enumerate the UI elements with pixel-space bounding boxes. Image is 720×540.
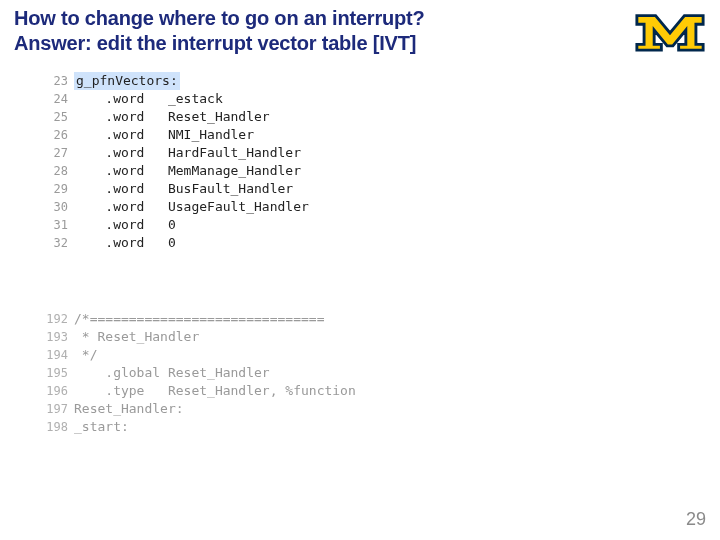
code-block-reset: 192 /*============================== 193… bbox=[32, 310, 452, 436]
code-text: .word UsageFault_Handler bbox=[74, 198, 309, 216]
line-number: 26 bbox=[32, 126, 74, 144]
code-line: 198 _start: bbox=[32, 418, 452, 436]
line-number: 193 bbox=[32, 328, 74, 346]
line-number: 25 bbox=[32, 108, 74, 126]
line-number: 29 bbox=[32, 180, 74, 198]
code-line: 30 .word UsageFault_Handler bbox=[32, 198, 452, 216]
code-line: 192 /*============================== bbox=[32, 310, 452, 328]
line-number: 198 bbox=[32, 418, 74, 436]
line-number: 27 bbox=[32, 144, 74, 162]
line-number: 197 bbox=[32, 400, 74, 418]
line-number: 30 bbox=[32, 198, 74, 216]
line-number: 196 bbox=[32, 382, 74, 400]
line-number: 195 bbox=[32, 364, 74, 382]
page-number: 29 bbox=[686, 509, 706, 530]
code-text: /*============================== bbox=[74, 310, 324, 328]
code-line: 193 * Reset_Handler bbox=[32, 328, 452, 346]
line-number: 32 bbox=[32, 234, 74, 252]
slide: How to change where to go on an interrup… bbox=[0, 0, 720, 540]
line-number: 23 bbox=[32, 72, 74, 90]
code-line: 197 Reset_Handler: bbox=[32, 400, 452, 418]
code-text: .word NMI_Handler bbox=[74, 126, 254, 144]
code-line: 29 .word BusFault_Handler bbox=[32, 180, 452, 198]
code-line: 27 .word HardFault_Handler bbox=[32, 144, 452, 162]
code-text: .word 0 bbox=[74, 216, 176, 234]
code-line: 31 .word 0 bbox=[32, 216, 452, 234]
code-text: .global Reset_Handler bbox=[74, 364, 270, 382]
code-line: 25 .word Reset_Handler bbox=[32, 108, 452, 126]
line-number: 31 bbox=[32, 216, 74, 234]
svg-marker-0 bbox=[637, 16, 703, 51]
code-line: 23 g_pfnVectors: bbox=[32, 72, 452, 90]
code-text: .word 0 bbox=[74, 234, 176, 252]
code-text: .word MemManage_Handler bbox=[74, 162, 301, 180]
code-line: 28 .word MemManage_Handler bbox=[32, 162, 452, 180]
code-line: 196 .type Reset_Handler, %function bbox=[32, 382, 452, 400]
title-line-1: How to change where to go on an interrup… bbox=[14, 6, 574, 31]
line-number: 24 bbox=[32, 90, 74, 108]
line-number: 194 bbox=[32, 346, 74, 364]
code-text: .word _estack bbox=[74, 90, 223, 108]
code-text: */ bbox=[74, 346, 97, 364]
code-line: 195 .global Reset_Handler bbox=[32, 364, 452, 382]
code-text: .type Reset_Handler, %function bbox=[74, 382, 356, 400]
code-text: .word BusFault_Handler bbox=[74, 180, 293, 198]
slide-title: How to change where to go on an interrup… bbox=[14, 6, 574, 56]
code-text: * Reset_Handler bbox=[74, 328, 199, 346]
code-line: 194 */ bbox=[32, 346, 452, 364]
code-text: _start: bbox=[74, 418, 129, 436]
code-line: 32 .word 0 bbox=[32, 234, 452, 252]
m-logo-icon bbox=[634, 8, 706, 52]
line-number: 28 bbox=[32, 162, 74, 180]
code-text: g_pfnVectors: bbox=[74, 72, 180, 90]
code-text: .word Reset_Handler bbox=[74, 108, 270, 126]
code-line: 26 .word NMI_Handler bbox=[32, 126, 452, 144]
code-text: Reset_Handler: bbox=[74, 400, 184, 418]
code-text: .word HardFault_Handler bbox=[74, 144, 301, 162]
code-line: 24 .word _estack bbox=[32, 90, 452, 108]
code-block-ivt: 23 g_pfnVectors: 24 .word _estack 25 .wo… bbox=[32, 72, 452, 252]
line-number: 192 bbox=[32, 310, 74, 328]
title-line-2: Answer: edit the interrupt vector table … bbox=[14, 31, 574, 56]
